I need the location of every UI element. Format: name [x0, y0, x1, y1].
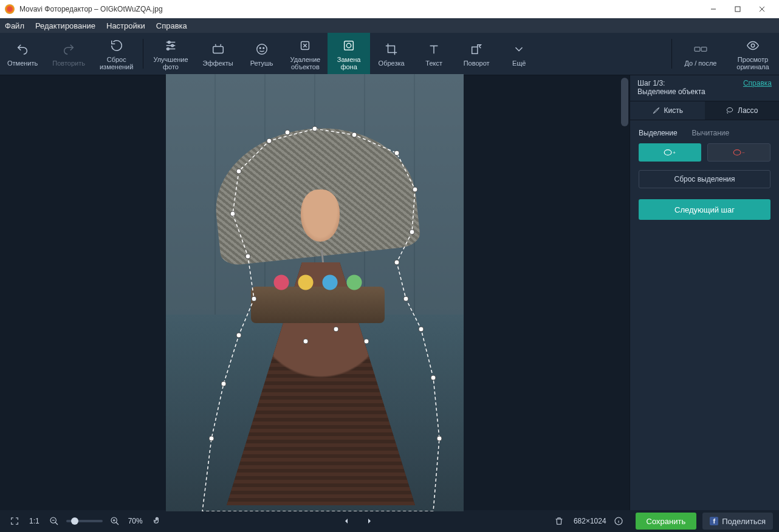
reset-icon: [110, 38, 123, 53]
background-replace-button[interactable]: Замена фона: [328, 33, 370, 75]
svg-rect-15: [345, 41, 354, 50]
delete-button[interactable]: [551, 513, 568, 530]
close-button[interactable]: [750, 0, 774, 18]
face-icon: [255, 41, 269, 57]
file-name: OIGkOtWuZQA.jpg: [100, 5, 162, 13]
statusbar: 1:1 70% 682×1024 Сохранить f Поделиться: [0, 510, 779, 532]
reset-button[interactable]: Сброс изменений: [92, 33, 140, 75]
undo-icon: [16, 41, 29, 57]
menu-settings[interactable]: Настройки: [106, 21, 145, 30]
photo-basket: [251, 287, 385, 323]
step-indicator: Шаг 1/3:: [637, 79, 705, 87]
background-icon: [342, 38, 355, 53]
app-icon: [5, 4, 15, 14]
svg-text:−: −: [742, 150, 745, 155]
prev-button[interactable]: [338, 513, 355, 530]
view-original-button[interactable]: Просмотр оригинала: [727, 33, 779, 75]
undo-button[interactable]: Отменить: [0, 33, 45, 75]
redo-icon: [62, 41, 75, 57]
canvas[interactable]: [166, 74, 464, 511]
canvas-area[interactable]: [0, 75, 630, 510]
info-button[interactable]: [610, 513, 627, 530]
zoom-out-button[interactable]: [46, 513, 63, 530]
crop-button[interactable]: Обрезка: [370, 33, 413, 75]
history-nav: [338, 513, 378, 530]
svg-point-44: [664, 150, 671, 155]
sliders-icon: [164, 38, 177, 53]
workspace: Шаг 1/3: Выделение объекта Справка Кисть…: [0, 75, 779, 510]
svg-point-16: [346, 43, 351, 47]
tab-lasso[interactable]: Лассо: [705, 101, 780, 120]
toolbar: Отменить Повторить Сброс изменений Улучш…: [0, 33, 779, 75]
app-name: Movavi Фоторедактор: [19, 5, 92, 13]
effects-button[interactable]: Эффекты: [196, 33, 241, 75]
menu-edit[interactable]: Редактирование: [35, 21, 95, 30]
rotate-button[interactable]: Поворот: [455, 33, 498, 75]
fullscreen-button[interactable]: [6, 513, 23, 530]
zoom-slider[interactable]: [66, 520, 103, 522]
chevron-down-icon: [512, 41, 526, 57]
enhance-button[interactable]: Улучшение фото: [146, 33, 195, 75]
text-icon: [427, 41, 441, 57]
selection-mode-labels: Выделение Вычитание: [630, 120, 779, 143]
add-selection-button[interactable]: +: [639, 143, 701, 162]
more-button[interactable]: Ещё: [498, 33, 540, 75]
subtract-selection-button[interactable]: −: [707, 143, 771, 162]
svg-line-49: [55, 522, 58, 525]
image-dimensions: 682×1024: [574, 517, 606, 525]
zoom-value: 70%: [128, 517, 143, 525]
mode-subtract-label[interactable]: Вычитание: [692, 129, 730, 137]
mode-select-label[interactable]: Выделение: [639, 129, 678, 137]
object-removal-button[interactable]: Удаление объектов: [283, 33, 328, 75]
svg-point-11: [256, 44, 267, 54]
svg-point-13: [263, 47, 264, 49]
svg-rect-19: [701, 47, 707, 51]
reset-selection-button[interactable]: Сброс выделения: [639, 170, 770, 188]
svg-text:+: +: [673, 150, 676, 155]
maximize-button[interactable]: [726, 0, 750, 18]
tab-brush[interactable]: Кисть: [630, 101, 705, 120]
next-button[interactable]: [361, 513, 378, 530]
svg-rect-1: [735, 7, 740, 12]
save-button[interactable]: Сохранить: [636, 513, 697, 530]
sparkle-icon: [211, 41, 225, 57]
crop-icon: [385, 41, 398, 57]
vertical-scrollbar[interactable]: [621, 78, 628, 126]
photo-person: [281, 189, 360, 505]
step-title: Выделение объекта: [637, 87, 705, 96]
pan-button[interactable]: [149, 513, 166, 530]
right-panel: Шаг 1/3: Выделение объекта Справка Кисть…: [630, 75, 779, 510]
svg-point-43: [727, 107, 732, 112]
menu-file[interactable]: Файл: [5, 21, 24, 30]
rotate-icon: [470, 41, 483, 57]
facebook-icon: f: [710, 517, 718, 525]
window-title: Movavi Фоторедактор – OIGkOtWuZQA.jpg: [19, 5, 701, 13]
selection-tool-tabs: Кисть Лассо: [630, 101, 779, 120]
menubar: Файл Редактирование Настройки Справка: [0, 18, 779, 33]
lasso-minus-icon: −: [732, 148, 746, 157]
menu-help[interactable]: Справка: [156, 21, 187, 30]
zoom-in-button[interactable]: [106, 513, 123, 530]
svg-point-12: [259, 47, 261, 49]
svg-point-20: [751, 44, 755, 47]
text-button[interactable]: Текст: [413, 33, 455, 75]
before-after-button[interactable]: До / после: [674, 33, 727, 75]
svg-rect-10: [213, 46, 223, 53]
svg-point-46: [733, 150, 741, 155]
titlebar: Movavi Фоторедактор – OIGkOtWuZQA.jpg: [0, 0, 779, 18]
compare-icon: [694, 41, 707, 57]
svg-line-52: [116, 522, 118, 525]
redo-button[interactable]: Повторить: [45, 33, 92, 75]
brush-icon: [652, 106, 661, 115]
minimize-button[interactable]: [701, 0, 726, 18]
lasso-icon: [726, 106, 734, 115]
eye-icon: [746, 38, 760, 53]
erase-icon: [298, 38, 312, 53]
share-button[interactable]: f Поделиться: [702, 513, 773, 530]
retouch-button[interactable]: Ретушь: [241, 33, 283, 75]
svg-rect-17: [472, 47, 478, 53]
next-step-button[interactable]: Следующий шаг: [639, 199, 770, 220]
help-link[interactable]: Справка: [743, 79, 772, 87]
svg-rect-18: [695, 47, 700, 51]
zoom-ratio[interactable]: 1:1: [29, 517, 39, 525]
